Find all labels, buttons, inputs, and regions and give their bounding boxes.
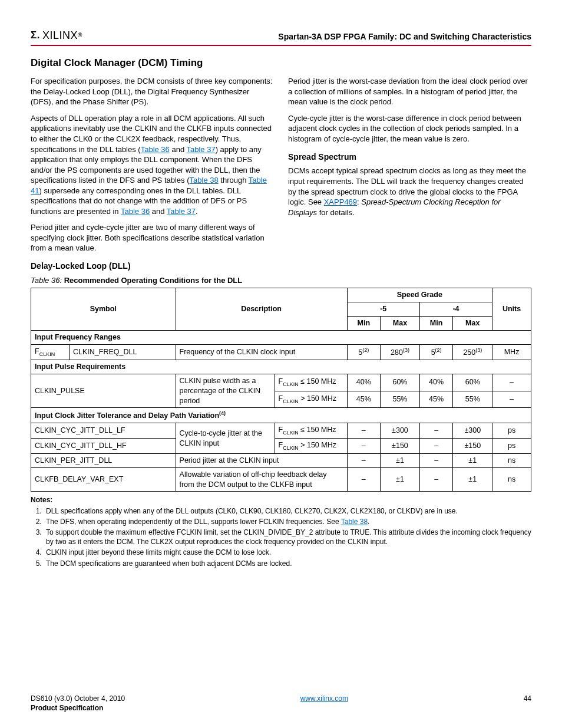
intro-p3: Period jitter and cycle-cycle jitter are… — [31, 222, 274, 253]
notes-title: Notes: — [31, 495, 531, 505]
cell-units: – — [492, 391, 531, 408]
table-38-link[interactable]: Table 38 — [190, 176, 219, 185]
cell-cond: FCLKIN ≤ 150 MHz — [275, 423, 347, 439]
cell-val: 45% — [347, 391, 381, 408]
body-columns: For specification purposes, the DCM cons… — [31, 76, 531, 253]
cell-cond: FCLKIN > 150 MHz — [275, 391, 347, 408]
note-2: The DFS, when operating independently of… — [44, 517, 531, 526]
cell-sym2: CLKIN_FREQ_DLL — [70, 344, 176, 360]
cell-val: 55% — [381, 391, 420, 408]
cell-val: – — [419, 439, 453, 454]
cell-cond: FCLKIN > 150 MHz — [275, 439, 347, 454]
th-m4-min: Min — [419, 317, 453, 331]
cell-val: – — [419, 453, 453, 467]
th-m4-max: Max — [453, 317, 492, 331]
table-row: CLKIN_PULSE CLKIN pulse width as a perce… — [31, 374, 531, 391]
th-m5: -5 — [347, 302, 419, 317]
cell-val: 55% — [453, 391, 492, 408]
note-4: CLKIN input jitter beyond these limits m… — [44, 548, 531, 557]
cell-sym: FCLKIN — [31, 344, 70, 360]
cell-val: – — [347, 423, 381, 439]
cell-sym: CLKIN_CYC_JITT_DLL_LF — [31, 423, 176, 439]
dll-heading: Delay-Locked Loop (DLL) — [31, 261, 531, 272]
notes-list: DLL specifications apply when any of the… — [31, 506, 531, 568]
table-row: CLKFB_DELAY_VAR_EXT Allowable variation … — [31, 467, 531, 492]
cell-desc: Period jitter at the CLKIN input — [176, 453, 347, 467]
doc-title: Spartan-3A DSP FPGA Family: DC and Switc… — [278, 31, 531, 42]
table-36-link[interactable]: Table 36 — [141, 145, 170, 154]
col2-p3: DCMs accept typical spread spectrum cloc… — [288, 166, 531, 218]
cell-units: ps — [492, 423, 531, 439]
cell-val: ±300 — [453, 423, 492, 439]
cell-sym: CLKIN_PULSE — [31, 374, 176, 408]
cell-sym: CLKIN_PER_JITT_DLL — [31, 453, 176, 467]
cell-val: ±1 — [453, 467, 492, 492]
cell-val: – — [347, 439, 381, 454]
table-row: CLKIN_CYC_JITT_DLL_HF FCLKIN > 150 MHz –… — [31, 439, 531, 454]
cell-val: ±1 — [381, 467, 420, 492]
cell-val: – — [347, 467, 381, 492]
cell-val: ±1 — [453, 453, 492, 467]
intro-p2: Aspects of DLL operation play a role in … — [31, 113, 274, 216]
logo-text: XILINX — [42, 28, 78, 42]
table-37-link-2[interactable]: Table 37 — [167, 207, 196, 216]
note-5: The DCM specifications are guaranteed wh… — [44, 559, 531, 568]
cell-val: – — [347, 453, 381, 467]
th-m5-min: Min — [347, 317, 381, 331]
spread-spectrum-heading: Spread Spectrum — [288, 151, 531, 163]
section-freq: Input Frequency Ranges — [31, 331, 531, 345]
cell-val: 250(3) — [453, 344, 492, 360]
cell-val: 60% — [453, 374, 492, 391]
logo: Σ. XILINX® — [31, 28, 82, 42]
dll-table: Symbol Description Speed Grade Units -5 … — [31, 288, 531, 492]
table-row: CLKIN_CYC_JITT_DLL_LF Cycle-to-cycle jit… — [31, 423, 531, 439]
th-m5-max: Max — [381, 317, 420, 331]
table-36-link-2[interactable]: Table 36 — [121, 207, 150, 216]
cell-val: ±150 — [381, 439, 420, 454]
cell-sym: CLKIN_CYC_JITT_DLL_HF — [31, 439, 176, 454]
cell-desc: Frequency of the CLKIN clock input — [176, 344, 347, 360]
cell-units: ns — [492, 467, 531, 492]
page-header: Σ. XILINX® Spartan-3A DSP FPGA Family: D… — [31, 28, 531, 46]
cell-units: ns — [492, 453, 531, 467]
cell-val: 40% — [347, 374, 381, 391]
cell-val: 280(3) — [381, 344, 420, 360]
cell-val: 60% — [381, 374, 420, 391]
cell-val: 40% — [419, 374, 453, 391]
intro-p1: For specification purposes, the DCM cons… — [31, 76, 274, 107]
table-row: FCLKIN CLKIN_FREQ_DLL Frequency of the C… — [31, 344, 531, 360]
cell-val: – — [419, 467, 453, 492]
col2-p1: Period jitter is the worst-case deviatio… — [288, 76, 531, 107]
cell-val: ±300 — [381, 423, 420, 439]
cell-val: 5(2) — [347, 344, 381, 360]
logo-mark-icon: Σ. — [31, 29, 40, 42]
cell-val: ±1 — [381, 453, 420, 467]
page-title: Digital Clock Manager (DCM) Timing — [31, 57, 531, 70]
cell-desc: Allowable variation of off-chip feedback… — [176, 467, 347, 492]
th-m4: -4 — [419, 302, 492, 317]
th-symbol: Symbol — [31, 288, 176, 331]
cell-desc: CLKIN pulse width as a percentage of the… — [176, 374, 275, 408]
cell-val: ±150 — [453, 439, 492, 454]
cell-units: MHz — [492, 344, 531, 360]
xapp469-link[interactable]: XAPP469 — [324, 197, 357, 206]
cell-val: 45% — [419, 391, 453, 408]
th-units: Units — [492, 288, 531, 331]
cell-val: 5(2) — [419, 344, 453, 360]
cell-cond: FCLKIN ≤ 150 MHz — [275, 374, 347, 391]
table-38-link-note[interactable]: Table 38 — [341, 518, 368, 526]
note-1: DLL specifications apply when any of the… — [44, 506, 531, 516]
table-caption: Table 36: Recommended Operating Conditio… — [31, 275, 531, 286]
cell-sym: CLKFB_DELAY_VAR_EXT — [31, 467, 176, 492]
note-3: To support double the maximum effective … — [44, 528, 531, 546]
cell-units: ps — [492, 439, 531, 454]
th-description: Description — [176, 288, 347, 331]
cell-desc: Cycle-to-cycle jitter at the CLKIN input — [176, 423, 275, 453]
col2-p2: Cycle-cycle jitter is the worst-case dif… — [288, 113, 531, 144]
th-speed-grade: Speed Grade — [347, 288, 492, 302]
table-row: CLKIN_PER_JITT_DLL Period jitter at the … — [31, 453, 531, 467]
cell-units: – — [492, 374, 531, 391]
table-37-link[interactable]: Table 37 — [187, 145, 216, 154]
section-pulse: Input Pulse Requirements — [31, 360, 531, 374]
cell-val: – — [419, 423, 453, 439]
